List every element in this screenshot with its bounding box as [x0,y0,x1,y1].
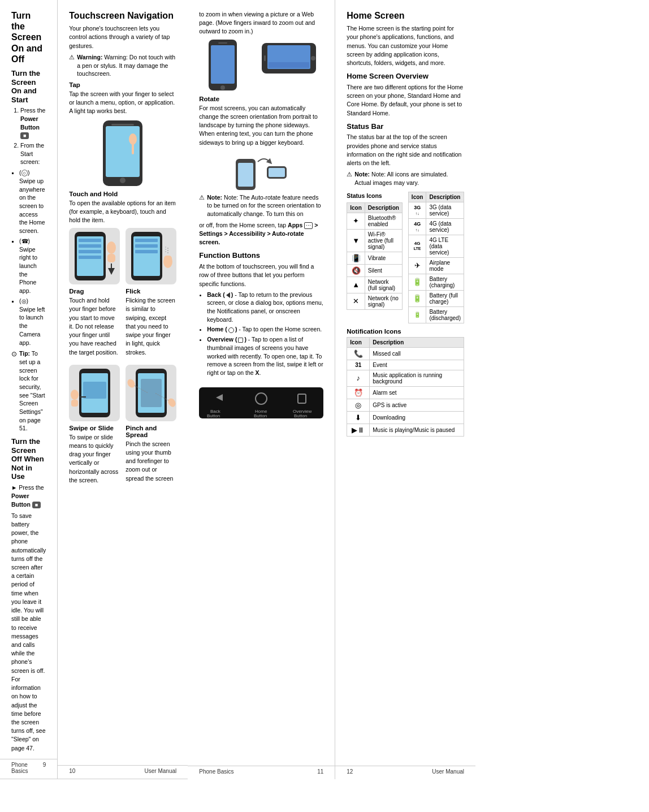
svg-rect-38 [211,45,235,84]
icon-vibrate: 📳 [347,252,365,264]
svg-rect-9 [79,244,101,248]
page-9: Turn the Screen On and Off Turn the Scre… [0,0,58,779]
table-row: 🔋 Battery (charging) [408,274,464,290]
icon-downloading: ⬇ [347,411,370,424]
svg-rect-17 [135,239,158,242]
table-row: 🔋 Battery (full charge) [408,290,464,306]
drag-heading: Drag [69,288,120,295]
page10-footer: 10 User Manual [58,765,188,774]
pinch-heading: Pinch and Spread [126,425,176,438]
table-row: 🔇 Silent [347,264,403,277]
page10-warning: Warning: Warning: Do not touch with a pe… [69,53,176,78]
swipe-heading: Swipe or Slide [69,425,120,431]
table-row: ▶⏸ Music is playing/Music is paused [347,424,464,436]
drag-img [69,228,120,284]
page9-step2: From the Start screen: [20,141,46,166]
desc-network-full: Network (full signal) [365,277,402,293]
page-container: Turn the Screen On and Off Turn the Scre… [0,0,649,779]
icon-missed-call: 📞 [347,347,370,360]
icon-airplane: ✈ [408,257,426,274]
func-btn-image: Back Button Home Button Overview Button [199,382,323,422]
drag-body: Touch and hold your finger before you st… [69,296,120,357]
page12-intro: The Home screen is the starting point fo… [347,24,464,67]
desc-gps: GPS is active [370,399,464,411]
home-button-desc: Home () - Tap to open the Home screen. [207,325,323,334]
notif-col-icon: Icon [347,337,370,347]
back-button-desc: Back () - Tap to return to the previous … [207,291,323,324]
table-row: ⏰ Alarm set [347,386,464,399]
svg-rect-2 [111,124,134,126]
page12-overview-heading: Home Screen Overview [347,72,464,81]
warning-text: Warning: Warning: Do not touch with a pe… [77,53,176,78]
page9-bullets: (○) Swipe up anywhere on the screen to a… [11,169,46,347]
desc-downloading: Downloading [370,411,464,424]
svg-rect-10 [79,250,101,253]
rotate-body: For most screens, you can automatically … [199,104,323,147]
icon-battery-discharged: 🔋 [408,306,426,323]
notif-icons-heading: Notification Icons [347,328,464,335]
desc-bluetooth: Bluetooth® enabled [365,213,402,229]
pinch-img [126,365,176,421]
desc-battery-charging: Battery (charging) [426,274,464,290]
page11-note: Note: Note: The Auto-rotate feature need… [199,193,323,218]
icon-network-no: ✕ [347,293,365,309]
table-row: 🔋 Battery (discharged) [408,306,464,323]
table-row: 📳 Vibrate [347,252,403,264]
svg-text:Button: Button [207,413,220,418]
svg-rect-16 [133,236,160,276]
page9-footer-left: Phone Basics [11,762,43,774]
svg-point-40 [220,85,225,90]
desc-vibrate: Vibrate [365,252,402,264]
svg-rect-18 [135,244,158,248]
note-icon [199,193,205,218]
overview-button-desc: Overview () - Tap to open a list of thum… [207,335,323,377]
icon-music-play: ▶⏸ [347,424,370,436]
icon-gps: ◎ [347,399,370,411]
svg-point-4 [129,133,137,145]
page9-title: Turn the Screen On and Off [11,10,46,64]
desc-4glte: 4G LTE (data service) [426,235,464,257]
desc-missed-call: Missed call [370,347,464,360]
svg-point-12 [107,241,116,254]
page12-statusbar-body: The status bar at the top of the screen … [347,133,464,167]
svg-rect-26 [83,382,106,399]
icons-tables: Status Icons Icon Description ✦ [347,192,464,323]
svg-rect-43 [264,55,266,61]
page12-statusbar-heading: Status Bar [347,122,464,131]
svg-rect-45 [269,62,309,68]
desc-music-play: Music is playing/Music is paused [370,424,464,436]
page10-th-body: To open the available options for an ite… [69,199,176,225]
desc-music-bg: Music application is running background [370,370,464,386]
func-heading: Function Buttons [199,251,323,260]
icon-battery-full: 🔋 [408,290,426,306]
page-12: Home Screen The Home screen is the start… [335,0,475,779]
page9-footer-right: 9 [43,762,46,774]
icon-silent: 🔇 [347,264,365,277]
page-10: Touchscreen Navigation Your phone's touc… [58,0,188,779]
page12-footer-left: 12 [347,768,353,775]
page9-s2-body: To save battery power, the phone automat… [11,512,46,753]
table-row: ✈ Airplane mode [408,257,464,274]
svg-rect-13 [107,254,115,262]
icon-alarm: ⏰ [347,386,370,399]
table-row: 31 Event [347,360,464,370]
table-row: 4GLTE 4G LTE (data service) [408,235,464,257]
icon-music-bg: ♪ [347,370,370,386]
icon-battery-charging: 🔋 [408,274,426,290]
desc-event: Event [370,360,464,370]
desc-airplane: Airplane mode [426,257,464,274]
table-row: ⬇ Downloading [347,411,464,424]
page9-s2-step: ► Press the Power Button ■ [11,483,46,509]
page10-intro: Your phone's touchscreen lets you contro… [69,24,176,50]
svg-rect-11 [79,256,101,259]
main-icons-table: Icon Description 3G↑↓ 3G (data service) [408,192,464,323]
page10-footer-right: User Manual [145,768,177,774]
svg-rect-39 [218,42,227,44]
svg-point-27 [71,390,79,400]
svg-point-33 [126,378,136,389]
page-10-content: Touchscreen Navigation Your phone's touc… [69,10,176,507]
page12-note-icon [347,170,352,187]
page9-bullet3: (◎) Swipe left to launch the Camera app. [19,297,46,347]
page9-step1: Press the Power Button ■ [20,106,46,140]
desc-4g: 4G (data service) [426,218,464,235]
